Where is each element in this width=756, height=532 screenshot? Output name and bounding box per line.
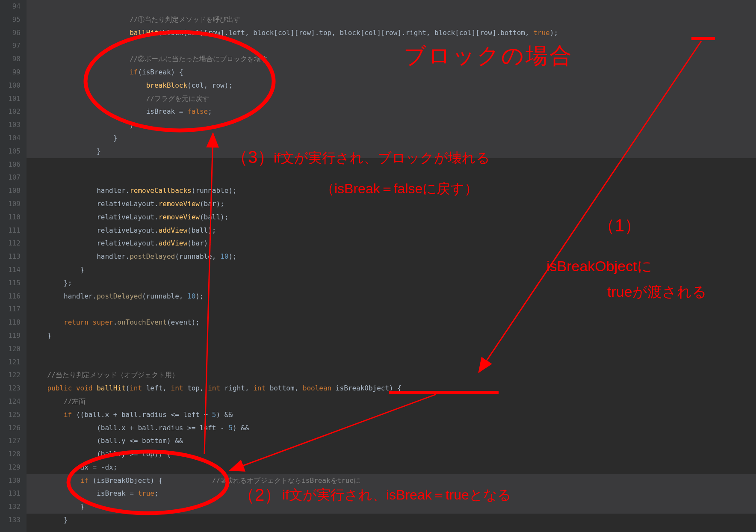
line-number: 122 bbox=[3, 369, 21, 382]
line-number: 112 bbox=[3, 237, 21, 250]
code-line[interactable]: //①当たり判定メソッドを呼び出す bbox=[27, 13, 756, 27]
code-line[interactable] bbox=[27, 39, 756, 53]
line-number: 109 bbox=[3, 198, 21, 211]
code-line[interactable] bbox=[27, 0, 756, 13]
code-line[interactable]: handler.removeCallbacks(runnable); bbox=[27, 184, 756, 198]
line-number: 121 bbox=[3, 356, 21, 369]
line-number: 114 bbox=[3, 263, 21, 277]
code-area[interactable]: //①当たり判定メソッドを呼び出す ballHit(block[col][row… bbox=[27, 0, 756, 532]
code-token: ((ball.x + ball.radius <= left + bbox=[76, 411, 212, 419]
code-token: isBreak = bbox=[31, 489, 138, 497]
code-token: //左面 bbox=[64, 397, 86, 405]
code-line[interactable]: (ball.x + ball.radius >= left - 5) && bbox=[27, 422, 756, 435]
code-line[interactable]: relativeLayout.addView(bar); bbox=[27, 237, 756, 250]
code-token: ballHit bbox=[130, 29, 158, 37]
code-token: removeView bbox=[159, 200, 200, 208]
code-line[interactable]: } bbox=[27, 118, 756, 132]
code-token: (runnable); bbox=[192, 186, 237, 195]
code-line[interactable] bbox=[27, 356, 756, 369]
code-line[interactable]: handler.postDelayed(runnable, 10); bbox=[27, 290, 756, 303]
code-line[interactable]: return super.onTouchEvent(event); bbox=[27, 316, 756, 329]
code-token: ) && bbox=[233, 424, 249, 432]
line-number: 99 bbox=[3, 66, 21, 79]
code-line[interactable]: relativeLayout.removeView(bar); bbox=[27, 198, 756, 211]
code-line[interactable]: }; bbox=[27, 277, 756, 290]
line-number: 120 bbox=[3, 343, 21, 356]
code-token: 10 bbox=[187, 292, 195, 300]
code-line[interactable]: ballHit(block[col][row].left, block[col]… bbox=[27, 27, 756, 40]
code-token: ); bbox=[228, 252, 236, 260]
code-token: removeCallbacks bbox=[130, 186, 192, 195]
code-line[interactable]: //フラグを元に戻す bbox=[27, 92, 756, 106]
code-line[interactable]: } bbox=[27, 132, 756, 145]
code-line[interactable] bbox=[27, 303, 756, 316]
line-number: 115 bbox=[3, 277, 21, 290]
code-token: ballHit bbox=[97, 384, 125, 392]
code-line[interactable]: isBreak = true; bbox=[27, 487, 756, 500]
code-token: right, bbox=[224, 384, 253, 392]
code-line[interactable] bbox=[27, 343, 756, 356]
code-line[interactable]: handler.postDelayed(runnable, 10); bbox=[27, 250, 756, 263]
code-token: (runnable, bbox=[175, 252, 220, 260]
line-number: 124 bbox=[3, 395, 21, 408]
line-number: 118 bbox=[3, 316, 21, 329]
line-number: 104 bbox=[3, 132, 21, 145]
code-line[interactable]: //②ボールに当たった場合にブロックを壊す bbox=[27, 53, 756, 66]
line-number: 98 bbox=[3, 53, 21, 66]
code-line[interactable]: if (isBreakObject) { //③壊れるオブジェクトならisBre… bbox=[27, 474, 756, 488]
code-token: (event); bbox=[167, 318, 200, 326]
code-line[interactable]: if(isBreak) { bbox=[27, 66, 756, 79]
code-line[interactable]: breakBlock(col, row); bbox=[27, 79, 756, 92]
code-token: (isBreakObject) { bbox=[93, 476, 212, 485]
code-token: addView bbox=[159, 239, 187, 247]
line-number: 119 bbox=[3, 329, 21, 343]
code-line[interactable] bbox=[27, 171, 756, 184]
code-token bbox=[31, 81, 146, 89]
code-token: true bbox=[533, 29, 550, 37]
code-line[interactable]: if ((ball.x + ball.radius <= left + 5) &… bbox=[27, 408, 756, 422]
code-line[interactable]: (ball.y <= bottom) && bbox=[27, 434, 756, 448]
code-line[interactable]: } bbox=[27, 500, 756, 514]
code-token: //①当たり判定メソッドを呼び出す bbox=[130, 15, 240, 24]
code-token: 5 bbox=[228, 424, 233, 432]
code-line[interactable]: } bbox=[27, 514, 756, 527]
code-line[interactable]: } bbox=[27, 263, 756, 277]
code-line[interactable]: //当たり判定メソッド（オブジェクト用） bbox=[27, 369, 756, 382]
code-line[interactable]: (ball.y >= top)) { bbox=[27, 448, 756, 461]
code-token: top, bbox=[187, 384, 208, 392]
line-number: 106 bbox=[3, 158, 21, 171]
code-line[interactable]: isBreak = false; bbox=[27, 105, 756, 118]
code-token: (isBreak) { bbox=[138, 68, 183, 76]
code-token: handler. bbox=[31, 292, 97, 300]
code-line[interactable]: } bbox=[27, 329, 756, 343]
line-number: 95 bbox=[3, 13, 21, 27]
line-number: 132 bbox=[3, 500, 21, 514]
code-token: false bbox=[187, 107, 208, 115]
code-token: relativeLayout. bbox=[31, 239, 159, 247]
code-token: (bar); bbox=[187, 239, 212, 247]
code-token: ; bbox=[154, 489, 159, 497]
code-line[interactable]: relativeLayout.addView(ball); bbox=[27, 224, 756, 237]
code-token: true bbox=[138, 489, 154, 497]
code-line[interactable]: public void ballHit(int left, int top, i… bbox=[27, 382, 756, 395]
line-number: 123 bbox=[3, 382, 21, 395]
code-token bbox=[31, 95, 146, 103]
code-line[interactable] bbox=[27, 158, 756, 171]
code-line[interactable]: dx = -dx; bbox=[27, 461, 756, 474]
code-token: //②ボールに当たった場合にブロックを壊す bbox=[130, 55, 268, 63]
code-token: (ball.y <= bottom) && bbox=[31, 437, 183, 445]
code-token bbox=[31, 15, 130, 24]
code-token: onTouchEvent bbox=[117, 318, 167, 326]
code-editor[interactable]: 9495969798991001011021031041051061071081… bbox=[0, 0, 756, 532]
code-line[interactable]: //左面 bbox=[27, 395, 756, 408]
code-line[interactable]: } bbox=[27, 145, 756, 158]
line-number: 133 bbox=[3, 514, 21, 527]
code-token: } bbox=[31, 134, 117, 142]
code-token: int bbox=[171, 384, 188, 392]
line-number: 126 bbox=[3, 422, 21, 435]
line-number: 96 bbox=[3, 27, 21, 40]
code-token: isBreak = bbox=[31, 107, 187, 115]
code-line[interactable]: relativeLayout.removeView(ball); bbox=[27, 211, 756, 224]
code-token: ); bbox=[550, 29, 558, 37]
code-token bbox=[31, 318, 64, 326]
